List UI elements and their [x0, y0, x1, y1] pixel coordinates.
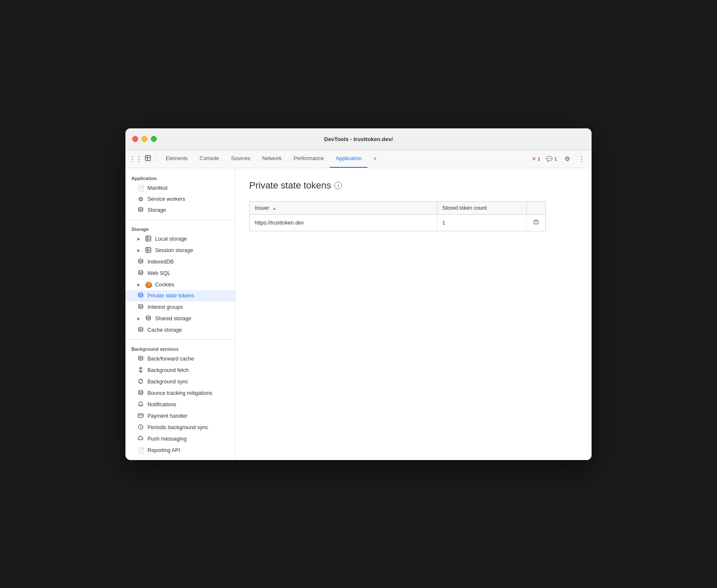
sidebar-item-payment-handler[interactable]: Payment handler [125, 410, 235, 422]
table-header-count[interactable]: Stored token count [437, 201, 526, 214]
svg-point-3 [139, 207, 143, 209]
sidebar-item-push-messaging[interactable]: Push messaging [125, 433, 235, 445]
sidebar-item-local-storage[interactable]: ▶ Local storage [125, 233, 235, 245]
database-icon [137, 270, 144, 277]
sort-arrow-icon: ▲ [272, 206, 277, 211]
sync-icon [137, 378, 144, 386]
gear-icon: ⚙ [564, 155, 570, 163]
fetch-icon [137, 367, 144, 374]
sidebar-separator-2 [125, 339, 235, 340]
sidebar-section-background: Background services [125, 343, 235, 353]
warning-badge-button[interactable]: 💬 1 [545, 155, 559, 163]
database-icon [137, 292, 144, 300]
count-cell: 1 [437, 214, 526, 231]
clock-icon [137, 424, 144, 431]
tab-console[interactable]: Console [194, 150, 225, 168]
delete-row-button[interactable] [532, 218, 540, 227]
sidebar-item-background-sync[interactable]: Background sync [125, 376, 235, 388]
svg-point-18 [139, 356, 143, 358]
tab-performance[interactable]: Performance [288, 150, 330, 168]
sidebar-item-session-storage[interactable]: ▶ Session storage [125, 245, 235, 256]
tab-sources[interactable]: Sources [225, 150, 256, 168]
inspect-icon-button[interactable] [142, 153, 154, 165]
sidebar-item-private-state-tokens[interactable]: Private state tokens [125, 290, 235, 302]
sidebar-item-manifest[interactable]: 📄 Manifest [125, 183, 235, 194]
devtools-window: DevTools - trusttoken.dev/ ⋮⋮ Elements C… [125, 128, 592, 460]
toolbar-right: ✕ 1 💬 1 ⚙ ⋮ [530, 153, 587, 165]
cookie-icon: 🍪 [145, 281, 152, 288]
sidebar-item-notifications[interactable]: Notifications [125, 399, 235, 410]
sidebar-item-web-sql[interactable]: Web SQL [125, 268, 235, 279]
sidebar-item-periodic-background-sync[interactable]: Periodic background sync [125, 422, 235, 433]
toolbar: ⋮⋮ Elements Console Sources N [125, 150, 592, 168]
cloud-icon [137, 435, 144, 443]
table-header-issuer[interactable]: Issuer ▲ [250, 201, 437, 214]
sidebar-item-bounce-tracking[interactable]: Bounce tracking mitigations [125, 388, 235, 399]
sidebar-item-indexeddb[interactable]: IndexedDB [125, 256, 235, 268]
svg-rect-21 [138, 414, 143, 417]
table-icon [145, 247, 152, 254]
database-icon [137, 207, 144, 214]
close-button[interactable] [132, 136, 138, 142]
sidebar-item-storage-overview[interactable]: Storage [125, 205, 235, 216]
svg-point-13 [139, 270, 143, 272]
settings-button[interactable]: ⚙ [561, 153, 573, 165]
sidebar-item-shared-storage[interactable]: ▶ Shared storage [125, 313, 235, 325]
file-icon: 📄 [137, 447, 144, 454]
svg-point-16 [146, 316, 150, 317]
database-icon [137, 355, 144, 363]
table-header-actions [526, 201, 545, 214]
tab-navigation: Elements Console Sources Network Perform… [160, 150, 529, 168]
sidebar-section-application: Application [125, 172, 235, 183]
sidebar-item-background-fetch[interactable]: Background fetch [125, 365, 235, 376]
sidebar-item-reporting-api[interactable]: 📄 Reporting API [125, 445, 235, 456]
svg-point-20 [139, 390, 143, 392]
inspect-icon [145, 155, 152, 163]
sidebar-item-service-workers[interactable]: ⚙ Service workers [125, 194, 235, 205]
cursor-icon-button[interactable]: ⋮⋮ [130, 153, 142, 165]
expand-icon: ▶ [137, 248, 142, 252]
maximize-button[interactable] [151, 136, 157, 142]
toolbar-divider [157, 155, 157, 163]
svg-rect-4 [146, 236, 151, 241]
minimize-button[interactable] [142, 136, 147, 142]
error-badge-button[interactable]: ✕ 1 [530, 155, 542, 163]
file-icon: 📄 [137, 185, 144, 191]
tab-application[interactable]: Application [330, 150, 367, 168]
svg-point-17 [139, 327, 143, 329]
bell-icon [137, 401, 144, 408]
sidebar-item-back-forward-cache[interactable]: Back/forward cache [125, 353, 235, 365]
info-icon-button[interactable]: i [334, 182, 342, 189]
database-icon [137, 304, 144, 311]
tab-network[interactable]: Network [256, 150, 288, 168]
delete-cell [526, 214, 545, 231]
main-panel: Private state tokens i Issuer ▲ Stored t… [236, 168, 592, 460]
table-row: https://trusttoken.dev 1 [250, 214, 546, 231]
svg-rect-26 [534, 221, 538, 224]
svg-point-12 [139, 259, 143, 261]
payment-icon [137, 413, 144, 420]
database-icon [137, 327, 144, 334]
cursor-icon: ⋮⋮ [129, 155, 142, 163]
panel-title-row: Private state tokens i [249, 180, 578, 191]
sidebar-item-interest-groups[interactable]: Interest groups [125, 302, 235, 313]
database-icon [137, 390, 144, 397]
sidebar-item-cache-storage[interactable]: Cache storage [125, 325, 235, 336]
svg-point-15 [139, 304, 143, 306]
expand-icon: ▶ [137, 316, 142, 321]
sidebar-item-cookies[interactable]: ▶ 🍪 Cookies [125, 279, 235, 290]
sidebar-section-storage: Storage [125, 223, 235, 233]
panel-title: Private state tokens [249, 180, 331, 191]
svg-line-25 [141, 427, 142, 428]
vertical-dots-icon: ⋮ [578, 155, 585, 163]
table-header-row: Issuer ▲ Stored token count [250, 201, 546, 214]
svg-point-14 [139, 293, 143, 294]
issuer-cell: https://trusttoken.dev [250, 214, 437, 231]
tab-more[interactable]: » [367, 150, 382, 168]
gear-icon: ⚙ [137, 196, 144, 202]
tab-elements[interactable]: Elements [160, 150, 194, 168]
more-options-button[interactable]: ⋮ [575, 153, 587, 165]
tokens-table: Issuer ▲ Stored token count https://trus… [249, 201, 546, 231]
window-title: DevTools - trusttoken.dev/ [324, 136, 393, 142]
expand-icon: ▶ [137, 237, 142, 241]
